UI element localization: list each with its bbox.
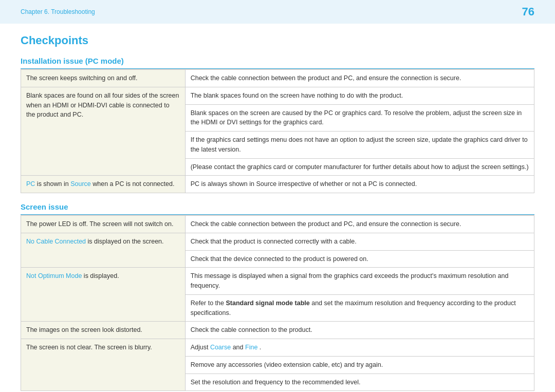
solution-cell: Check that the device connected to the p… (185, 250, 534, 268)
table-row: The screen is not clear. The screen is b… (21, 339, 534, 357)
installation-table: The screen keeps switching on and off. C… (21, 69, 534, 193)
solution-cell: (Please contact the graphics card or com… (185, 158, 534, 176)
table-row: No Cable Connected is displayed on the s… (21, 233, 534, 250)
table-row: The screen keeps switching on and off. C… (21, 69, 534, 87)
pc-link[interactable]: PC (26, 180, 35, 188)
table-row: Not Optimum Mode is displayed. This mess… (21, 268, 534, 295)
section-screen: Screen issue The power LED is off. The s… (21, 202, 534, 391)
issue-cell: The screen keeps switching on and off. (21, 69, 186, 87)
issue-cell: The images on the screen look distorted. (21, 322, 186, 339)
solution-cell: Adjust Coarse and Fine . (185, 339, 534, 357)
solution-cell: Refer to the Standard signal mode table … (185, 294, 534, 322)
table-row: The power LED is off. The screen will no… (21, 215, 534, 233)
solution-cell: Set the resolution and frequency to the … (185, 374, 534, 391)
solution-cell: Check the cable connection to the produc… (185, 322, 534, 339)
issue-cell: PC is shown in Source when a PC is not c… (21, 176, 186, 193)
issue-cell: The screen is not clear. The screen is b… (21, 339, 186, 391)
section-installation: Installation issue (PC mode) The screen … (21, 57, 534, 193)
main-content: Checkpoints Installation issue (PC mode)… (0, 24, 555, 392)
section-title-installation: Installation issue (PC mode) (21, 57, 534, 65)
solution-cell: This message is displayed when a signal … (185, 268, 534, 295)
screen-table: The power LED is off. The screen will no… (21, 215, 534, 391)
table-row: Blank spaces are found on all four sides… (21, 87, 534, 104)
solution-cell: PC is always shown in Source irrespectiv… (185, 176, 534, 193)
chapter-label: Chapter 6. Troubleshooting (21, 8, 95, 15)
issue-cell: The power LED is off. The screen will no… (21, 215, 186, 233)
solution-cell: Check the cable connection between the p… (185, 215, 534, 233)
solution-cell: Blank spaces on the screen are caused by… (185, 104, 534, 132)
source-link[interactable]: Source (70, 180, 91, 188)
table-row: PC is shown in Source when a PC is not c… (21, 176, 534, 193)
not-optimum-link[interactable]: Not Optimum Mode (26, 272, 82, 279)
header-bar: Chapter 6. Troubleshooting 76 (0, 0, 555, 24)
issue-cell: Blank spaces are found on all four sides… (21, 87, 186, 176)
page-number: 76 (522, 5, 534, 18)
table-row: The images on the screen look distorted.… (21, 322, 534, 339)
solution-cell: Check that the product is connected corr… (185, 233, 534, 250)
issue-cell: No Cable Connected is displayed on the s… (21, 233, 186, 268)
coarse-link[interactable]: Coarse (210, 344, 231, 351)
solution-cell: Remove any accessories (video extension … (185, 356, 534, 374)
issue-cell: Not Optimum Mode is displayed. (21, 268, 186, 322)
page-title: Checkpoints (21, 34, 534, 47)
fine-link[interactable]: Fine (245, 344, 257, 351)
no-cable-link[interactable]: No Cable Connected (26, 238, 86, 245)
solution-cell: The blank spaces found on the screen hav… (185, 87, 534, 104)
section-title-screen: Screen issue (21, 202, 534, 211)
solution-cell: If the graphics card settings menu does … (185, 132, 534, 159)
solution-cell: Check the cable connection between the p… (185, 69, 534, 87)
